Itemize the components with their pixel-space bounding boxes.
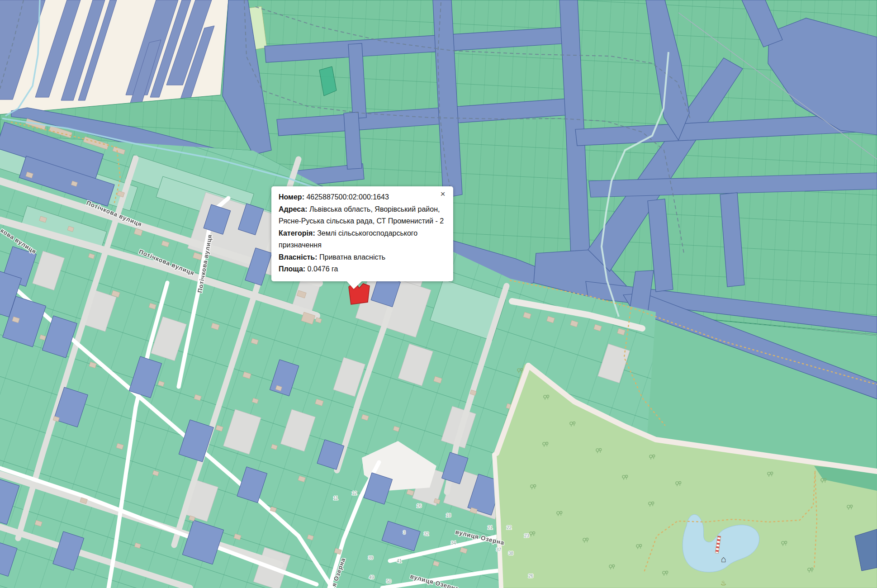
lot-number: 37 — [496, 547, 502, 552]
field-label: Адреса: — [279, 205, 308, 213]
lot-number: 26 — [528, 574, 534, 579]
field-value: 4625887500:02:000:1643 — [306, 193, 389, 201]
lot-number: 21 — [488, 525, 493, 530]
map-stage: ⌂ ♨ Потічкова вулицяПотічкова вулицяПоті… — [0, 0, 877, 588]
picnic-icon: ♨ — [721, 579, 726, 587]
lot-number: 41 — [397, 559, 402, 564]
lot-number: 22 — [507, 525, 512, 530]
lot-number: 32 — [424, 531, 429, 536]
field-label: Власність: — [279, 253, 318, 261]
map-canvas[interactable]: ⌂ ♨ Потічкова вулицяПотічкова вулицяПоті… — [0, 0, 877, 588]
field-label: Номер: — [279, 193, 304, 201]
lot-number: 3 — [403, 530, 406, 535]
parcel-number-row: Номер: 4625887500:02:000:1643 — [279, 191, 446, 204]
lot-number: 50 — [386, 579, 392, 584]
parcel-ownership-row: Власність: Приватна власність — [279, 251, 446, 264]
lot-number: 16 — [417, 503, 422, 508]
lot-number: 18 — [446, 513, 451, 518]
lot-number: 23 — [524, 533, 530, 538]
lot-number: 39 — [368, 555, 374, 560]
parcel-address-row: Адреса: Львівська область, Яворівський р… — [279, 204, 446, 228]
field-label: Площа: — [279, 265, 305, 273]
field-value: Приватна власність — [319, 253, 385, 261]
shelter-icon: ⌂ — [721, 554, 726, 564]
popup-close-button[interactable]: × — [438, 190, 447, 199]
parcel-info-popup: × Номер: 4625887500:02:000:1643 Адреса: … — [271, 186, 453, 281]
popup-pointer — [346, 281, 362, 289]
lot-number: 49 — [369, 575, 375, 580]
parcel-category-row: Категорія: Землі сільськогосподарського … — [279, 228, 446, 251]
parcel-area-row: Площа: 0.0476 га — [279, 263, 446, 275]
lot-number: 11 — [333, 496, 338, 501]
lot-number: 38 — [508, 551, 514, 556]
lot-number: 34 — [451, 541, 456, 545]
field-label: Категорія: — [279, 229, 315, 237]
lot-number: 12 — [352, 491, 357, 496]
field-value: 0.0476 га — [308, 265, 338, 273]
